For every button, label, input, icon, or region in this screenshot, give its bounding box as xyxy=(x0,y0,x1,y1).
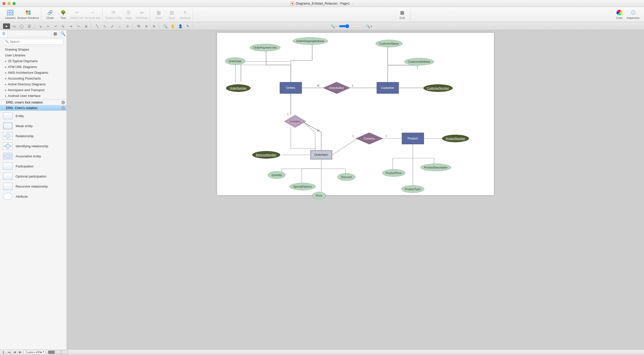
magnify-tool[interactable]: 🔍 xyxy=(162,23,169,29)
split-handle[interactable]: ‖ xyxy=(2,350,6,354)
entity-product[interactable]: Product xyxy=(402,133,424,144)
attr-label: CustomerAddress xyxy=(408,60,430,63)
key-productnumber[interactable]: ProductNumber xyxy=(442,135,469,142)
nav-first[interactable]: ⏮ xyxy=(7,351,11,354)
line-tool-5[interactable]: ⊹ xyxy=(124,23,131,29)
tree-button[interactable]: 🌳Tree xyxy=(57,10,69,19)
close-icon[interactable]: × xyxy=(61,101,65,104)
relation-contains-product[interactable]: Contains xyxy=(355,132,383,145)
lib-item[interactable]: Android User Interface xyxy=(0,93,66,99)
zoom-window-icon[interactable] xyxy=(13,2,16,5)
zoom-in-button[interactable]: 🔍+ xyxy=(366,23,373,29)
line-tool-3[interactable]: ⤢ xyxy=(109,23,116,29)
attr-orderdate[interactable]: OrderDate xyxy=(225,57,245,65)
connector-4[interactable]: ↳ xyxy=(60,23,67,29)
page-tab-1[interactable] xyxy=(48,350,55,354)
canvas-area[interactable]: Orders Customer Product OrderItem OrderA… xyxy=(67,30,644,349)
page-tab-2[interactable] xyxy=(55,350,61,354)
zoom-select[interactable]: Custom 49% ▲▼ xyxy=(24,350,46,354)
minimize-window-icon[interactable] xyxy=(8,2,11,5)
rect-tool[interactable]: ▭ xyxy=(11,23,18,29)
group-tool-3[interactable]: ⧇ xyxy=(150,23,157,29)
attr-discount[interactable]: Discount xyxy=(337,173,356,181)
lib-item[interactable]: ATM UML Diagrams xyxy=(0,64,66,70)
key-ordernumber[interactable]: OrderNumber xyxy=(226,84,251,92)
chain-button[interactable]: 🔗Chain xyxy=(44,10,56,19)
shape-attribute[interactable]: Attribute xyxy=(0,191,66,201)
connector-5[interactable]: ⇢ xyxy=(67,23,74,29)
lib-item[interactable]: Accounting Flowcharts xyxy=(0,76,66,81)
lib-item[interactable]: Aerospace and Transport xyxy=(0,87,66,93)
shape-recursive-relationship[interactable]: Recursive relationship xyxy=(0,181,66,191)
pointer-tool[interactable]: ➤ xyxy=(3,23,10,29)
connector-2[interactable]: ⤷ xyxy=(45,23,52,29)
key-customernumber[interactable]: CustomerNumber xyxy=(423,84,453,92)
attr-orderpayment[interactable]: OrderPayment Info xyxy=(250,44,281,51)
group-tool-2[interactable]: ⧈ xyxy=(143,23,150,29)
hand-tool[interactable]: ✋ xyxy=(169,23,176,29)
lib-item[interactable]: 25 Typical Orgcharts xyxy=(0,58,66,64)
connector-6[interactable]: ⤳ xyxy=(75,23,82,29)
entity-customer[interactable]: Customer xyxy=(377,82,399,94)
attr-ordershipping[interactable]: OrderShippingAddress xyxy=(293,37,328,45)
connector-3[interactable]: ⤶ xyxy=(52,23,59,29)
line-tool-1[interactable]: ╲ xyxy=(94,23,101,29)
shape-identifying-relationship[interactable]: Identifying relationship xyxy=(0,141,66,151)
search-input[interactable] xyxy=(3,39,63,45)
page-tabs[interactable] xyxy=(48,350,68,354)
page-tab-3[interactable] xyxy=(61,350,68,354)
library-tab-chen[interactable]: ERD, Chen's notation × xyxy=(0,105,66,111)
browse-solutions-button[interactable]: Browse Solutions xyxy=(18,10,39,19)
attr-specialoptions[interactable]: SpecialOptions xyxy=(290,183,316,190)
attr-productdesc[interactable]: ProductDescription xyxy=(420,164,451,171)
shape-participation[interactable]: Participation xyxy=(0,161,66,171)
group-tool-1[interactable]: ⧉ xyxy=(135,23,142,29)
attr-producttype[interactable]: ProductType xyxy=(401,185,424,193)
zoom-out-button[interactable]: 🔍− xyxy=(330,23,337,29)
attr-productprice[interactable]: ProductPrice xyxy=(382,169,406,177)
view-grid-icon[interactable]: ▦ xyxy=(51,31,59,36)
sidebar-tab-tree[interactable]: ☰ xyxy=(0,30,8,37)
lib-item[interactable]: User Libraries xyxy=(0,52,66,58)
close-icon[interactable]: × xyxy=(61,106,65,110)
lib-item[interactable]: Active Directory Diagrams xyxy=(0,81,66,87)
libraries-button[interactable]: Libraries xyxy=(5,10,16,19)
shape-relationship[interactable]: Relationship xyxy=(0,131,66,141)
crop-tool[interactable]: 👤 xyxy=(177,23,184,29)
shape-list[interactable]: Entity Weak entity Relationship Identify… xyxy=(0,111,66,349)
lib-item[interactable]: AWS Architecture Diagrams xyxy=(0,70,66,76)
connector-1[interactable]: ↘ xyxy=(37,23,44,29)
shape-entity[interactable]: Entity xyxy=(0,111,66,121)
zoom-slider[interactable] xyxy=(339,24,364,28)
key-itemlinenumber[interactable]: ItemLineNumber xyxy=(252,151,280,159)
ellipse-tool[interactable]: ◯ xyxy=(18,23,25,29)
attr-customername[interactable]: CustomerName xyxy=(376,40,403,47)
relation-orderauthor[interactable]: OrderAuthor xyxy=(323,82,350,94)
line-tool-4[interactable]: ⟋ xyxy=(116,23,123,29)
entity-orders[interactable]: Orders xyxy=(280,82,302,94)
library-tab-crowsfoot[interactable]: ERD, crow's foot notation × xyxy=(0,100,66,105)
nav-prev[interactable]: ◀ xyxy=(13,350,17,354)
library-tree[interactable]: Drawing Shapes User Libraries 25 Typical… xyxy=(0,47,66,99)
color-button[interactable]: Color xyxy=(614,10,625,19)
search-tab-icon[interactable]: 🔍 xyxy=(59,31,66,36)
attr-customeraddr[interactable]: CustomerAddress xyxy=(404,58,434,65)
attr-quantity[interactable]: Quantity xyxy=(268,171,286,179)
shape-associative-entity[interactable]: Associative entity xyxy=(0,151,66,161)
grid-button[interactable]: ▦Grid xyxy=(397,10,408,19)
chevron-down-icon[interactable]: ⌄ xyxy=(351,2,353,5)
line-tool-2[interactable]: ⤡ xyxy=(101,23,108,29)
canvas[interactable]: Orders Customer Product OrderItem OrderA… xyxy=(217,33,494,195)
text-tool[interactable]: ☰ xyxy=(26,23,33,29)
shape-weak-entity[interactable]: Weak entity xyxy=(0,121,66,131)
lib-item[interactable]: Drawing Shapes xyxy=(0,47,66,52)
close-window-icon[interactable] xyxy=(3,2,6,5)
shape-optional-participation[interactable]: Optional participation xyxy=(0,171,66,181)
weak-entity-orderitem[interactable]: OrderItem xyxy=(310,150,332,160)
attr-price[interactable]: Price xyxy=(312,192,326,199)
relation-contains-orders[interactable]: Contains xyxy=(284,115,306,128)
connector-7[interactable]: ⇲ xyxy=(82,23,89,29)
inspectors-button[interactable]: ⓘInspectors xyxy=(627,10,639,19)
nav-next[interactable]: ▶ xyxy=(18,350,22,354)
pen-tool[interactable]: ✎ xyxy=(184,23,191,29)
